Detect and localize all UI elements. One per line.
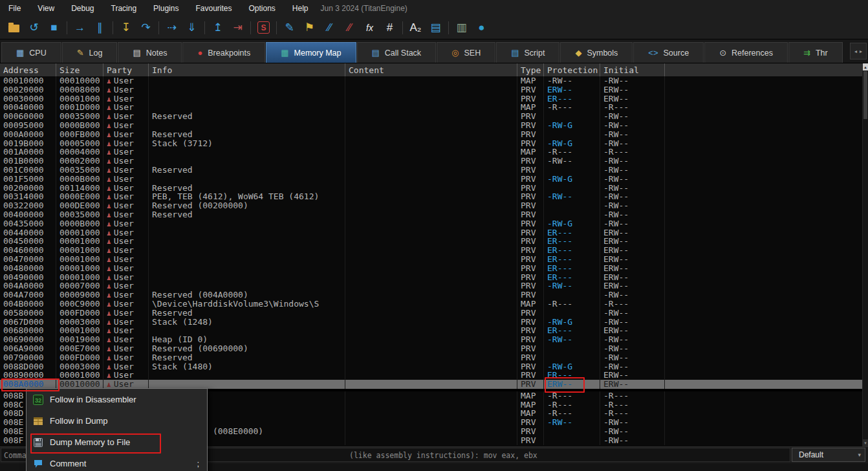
profile-select[interactable]: Default ▾ <box>792 448 865 462</box>
column-header-info[interactable]: Info <box>149 63 345 76</box>
table-row[interactable]: 006A9000000E7000♟UserReserved (00690000)… <box>0 344 862 353</box>
tab-call-stack[interactable]: ▤Call Stack <box>357 42 437 63</box>
menu-favourites[interactable]: Favourites <box>187 0 240 16</box>
tab-log[interactable]: ✎Log <box>62 42 118 63</box>
table-row[interactable]: 001B000000002000♟UserPRV-RW---RW-- <box>0 157 862 166</box>
table-row[interactable]: 0040000000035000♟UserReservedPRV-RW-- <box>0 210 862 219</box>
scrollbar-thumb[interactable] <box>863 71 867 119</box>
column-header-type[interactable]: Type <box>517 63 544 76</box>
restart-icon[interactable]: ↺ <box>24 19 44 37</box>
world-icon[interactable]: ● <box>472 19 492 37</box>
script-s-icon[interactable]: S <box>254 19 274 37</box>
step-out-icon[interactable]: ↥ <box>208 19 228 37</box>
flag-icon[interactable]: ⚑ <box>299 19 320 37</box>
table-row[interactable]: 0006000000035000♟UserReservedPRV-RW-- <box>0 112 862 121</box>
column-header-party[interactable]: Party <box>103 63 149 76</box>
vertical-scrollbar[interactable]: ▲ ▼ <box>862 63 868 446</box>
scroll-down-icon[interactable]: ▼ <box>863 439 868 446</box>
cell-party: ♟User <box>103 326 149 335</box>
font-size-icon[interactable]: A₂ <box>406 19 426 37</box>
menu-item-follow-in-disassembler[interactable]: 32 Follow in Disassembler <box>27 389 207 410</box>
table-row[interactable]: 00580000000FD000♟UserReservedPRV-RW-- <box>0 309 862 318</box>
column-header-size[interactable]: Size <box>56 63 103 76</box>
table-row[interactable]: 004B0000000C9000♟User\Device\HarddiskVol… <box>0 300 862 309</box>
fx-icon[interactable]: fx <box>360 19 380 37</box>
cell-protection: -RW-- <box>544 76 600 85</box>
step-over-icon[interactable]: ↷ <box>136 19 156 37</box>
memory-layout-icon[interactable]: ▤ <box>426 19 446 37</box>
table-row[interactable]: 0044000000001000♟UserPRVER---ERW-- <box>0 228 862 237</box>
column-header-content[interactable]: Content <box>345 63 517 76</box>
table-row[interactable]: 000950000000B000♟UserPRV-RW-G-RW-- <box>0 121 862 130</box>
hash-icon[interactable]: # <box>380 19 400 37</box>
menu-item-follow-in-dump[interactable]: Follow in Dump <box>27 410 207 432</box>
table-row[interactable]: 0020000000114000♟UserReservedPRV-RW-- <box>0 184 862 193</box>
column-header-protection[interactable]: Protection <box>544 63 600 76</box>
table-row[interactable]: 0046000000001000♟UserPRVER---ERW-- <box>0 246 862 255</box>
table-row[interactable]: 0089000000001000♟UserPRVER---ERW-- <box>0 371 862 380</box>
stop-icon[interactable]: ■ <box>44 19 64 37</box>
table-row[interactable]: 0047000000001000♟UserPRVER---ERW-- <box>0 255 862 264</box>
menu-view[interactable]: View <box>29 0 63 16</box>
column-header-initial[interactable]: Initial <box>600 63 665 76</box>
menu-plugins[interactable]: Plugins <box>145 0 187 16</box>
tab-symbols[interactable]: ◆Symbols <box>560 42 633 63</box>
tab-breakpoints[interactable]: ●Breakpoints <box>182 42 265 63</box>
table-row[interactable]: 004350000000B000♟UserPRV-RW-G-RW-- <box>0 219 862 228</box>
cell-type: PRV <box>517 112 544 121</box>
tab-source[interactable]: <>Source <box>633 42 704 63</box>
skip-icon[interactable]: ⇥ <box>228 19 248 37</box>
tab-scroll-left-icon[interactable]: ◂ <box>854 49 857 54</box>
comments-icon[interactable]: ∕∕ <box>320 19 340 37</box>
table-row[interactable]: 0048000000001000♟UserPRVER---ERW-- <box>0 264 862 273</box>
tab-references[interactable]: ⊙References <box>704 42 788 63</box>
tab-memory-map[interactable]: ▦Memory Map <box>266 42 356 63</box>
step-into-icon[interactable]: ↧ <box>116 19 136 37</box>
table-row[interactable]: 000A0000000FB000♟UserReservedPRV-RW-- <box>0 130 862 139</box>
log-book-icon[interactable]: ▥ <box>451 19 472 37</box>
menu-item-dump-memory-to-file[interactable]: Dump Memory to File <box>27 432 207 453</box>
table-row[interactable]: 0067D00000003000♟UserStack (1248)PRV-RW-… <box>0 318 862 327</box>
table-row[interactable]: 004A000000007000♟UserPRV-RW--ERW-- <box>0 281 862 290</box>
open-file-icon[interactable] <box>4 19 24 37</box>
user-icon: ♟ <box>107 300 111 309</box>
table-row[interactable]: 001C000000035000♟UserReservedPRV-RW-- <box>0 166 862 175</box>
execute-till-return-icon[interactable]: ⇢ <box>162 19 182 37</box>
table-row[interactable]: 0001000000010000♟UserMAP-RW---RW-- <box>0 76 862 85</box>
tab-cpu[interactable]: ▦CPU <box>1 42 61 63</box>
menu-help[interactable]: Help <box>284 0 317 16</box>
table-row[interactable]: 0002000000008000♟UserPRVERW--ERW-- <box>0 85 862 94</box>
tab-seh[interactable]: ◎SEH <box>437 42 495 63</box>
menu-file[interactable]: File <box>0 0 29 16</box>
table-row[interactable]: 001A000000004000♟UserMAP-R----R--- <box>0 148 862 157</box>
tab-notes[interactable]: ▤Notes <box>118 42 182 63</box>
scroll-up-icon[interactable]: ▲ <box>863 63 868 71</box>
table-row[interactable]: 0069000000019000♟UserHeap (ID 0)PRV-RW--… <box>0 335 862 344</box>
table-row[interactable]: 0003000000001000♟UserPRVER---ERW-- <box>0 94 862 104</box>
table-row[interactable]: 0068000000001000♟UserPRVER---ERW-- <box>0 326 862 335</box>
table-row[interactable]: 0049000000001000♟UserPRVER---ERW-- <box>0 273 862 282</box>
menu-tracing[interactable]: Tracing <box>103 0 146 16</box>
tab-scroll-right-icon[interactable]: ▸ <box>860 49 862 54</box>
menu-options[interactable]: Options <box>240 0 283 16</box>
table-row[interactable]: 0088D00000003000♟UserStack (1480)PRV-RW-… <box>0 362 862 371</box>
menu-debug[interactable]: Debug <box>63 0 102 16</box>
table-row[interactable]: 003140000000E000♟UserPEB, TEB (4612), Wo… <box>0 192 862 201</box>
table-row[interactable]: 000400000001D000♟UserMAP-R----R--- <box>0 103 862 112</box>
patch-icon[interactable]: ✎ <box>279 19 299 37</box>
table-row[interactable]: 0019B00000005000♟UserStack (3712)PRV-RW-… <box>0 139 862 148</box>
tab-thr[interactable]: ⇉Thr <box>788 42 843 63</box>
table-row[interactable]: 0045000000001000♟UserPRVER---ERW-- <box>0 237 862 246</box>
column-header-address[interactable]: Address <box>0 63 56 76</box>
run-to-user-code-icon[interactable]: ⇓ <box>182 19 202 37</box>
pause-icon[interactable]: ∥ <box>90 19 110 37</box>
table-row[interactable]: 00322000000DE000♟UserReserved (00200000)… <box>0 201 862 210</box>
table-row[interactable]: 004A700000009000♟UserReserved (004A0000)… <box>0 290 862 300</box>
breakpoint-slashes-icon[interactable]: ∕∕ <box>340 19 360 37</box>
run-icon[interactable]: → <box>70 19 90 37</box>
table-row[interactable]: 001F50000000B000♟UserPRV-RW-G-RW-- <box>0 175 862 184</box>
menu-item-comment[interactable]: Comment ; <box>27 453 207 471</box>
cell-content <box>345 326 517 335</box>
table-row[interactable]: 00790000000FD000♟UserReservedPRV-RW-- <box>0 353 862 362</box>
tab-script[interactable]: ▤Script <box>496 42 559 63</box>
